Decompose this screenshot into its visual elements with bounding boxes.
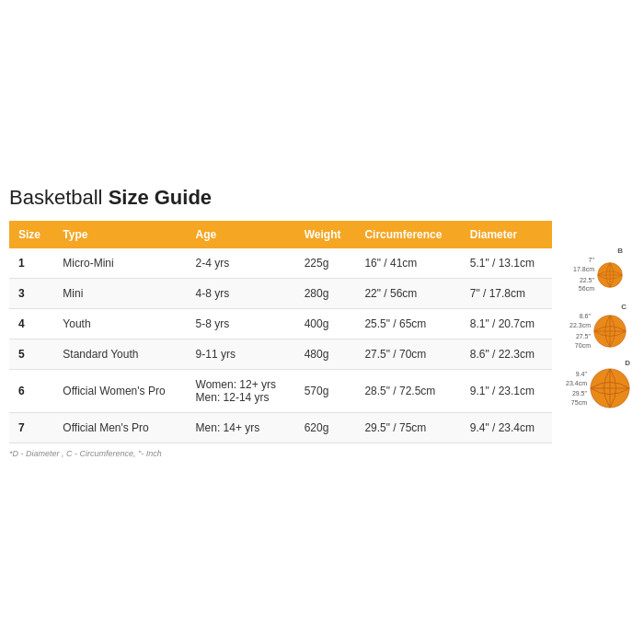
cell-type: Official Women's Pro xyxy=(53,370,186,413)
cell-size: 7 xyxy=(9,413,53,443)
cell-circumference: 29.5" / 75cm xyxy=(355,413,460,443)
cell-diameter: 5.1" / 13.1cm xyxy=(461,248,552,279)
diagrams-section: B7"17.8cm22.5"56cmC8.6"22.3cm27.5"70cmD9… xyxy=(561,221,635,414)
cell-diameter: 7" / 17.8cm xyxy=(461,279,552,309)
cell-age: 9-11 yrs xyxy=(187,339,295,370)
cell-size: 6 xyxy=(9,370,53,413)
col-header-type: Type xyxy=(53,221,186,248)
diameter-label: 8.6" xyxy=(569,312,591,321)
cell-size: 4 xyxy=(9,309,53,339)
circumference-label: 29.5" xyxy=(566,389,587,398)
circumference-label: 27.5" xyxy=(569,332,591,341)
size-guide-table: Size Type Age Weight Circumference Diame… xyxy=(9,221,552,443)
cell-diameter: 8.1" / 20.7cm xyxy=(461,309,552,339)
table-row: 7Official Men's ProMen: 14+ yrs620g29.5"… xyxy=(9,413,552,443)
cell-diameter: 9.4" / 23.4cm xyxy=(461,413,552,443)
diameter-label: 9.4" xyxy=(566,370,587,379)
cell-circumference: 22" / 56cm xyxy=(355,279,460,309)
cell-weight: 620g xyxy=(295,413,356,443)
page-container: Basketball Size Guide Size Type Age Weig… xyxy=(9,177,635,467)
table-row: 3Mini4-8 yrs280g22" / 56cm7" / 17.8cm xyxy=(9,279,552,309)
cell-age: Men: 14+ yrs xyxy=(187,413,295,443)
cell-size: 5 xyxy=(9,339,53,370)
basketball-svg xyxy=(597,262,623,288)
table-header-row: Size Type Age Weight Circumference Diame… xyxy=(9,221,552,248)
cell-weight: 280g xyxy=(295,279,356,309)
cell-diameter: 9.1" / 23.1cm xyxy=(461,370,552,413)
cell-weight: 570g xyxy=(295,370,356,413)
basketball-svg xyxy=(593,315,627,348)
ball-dimensions: 7"17.8cm22.5"56cm xyxy=(573,256,594,293)
cell-circumference: 27.5" / 70cm xyxy=(355,339,460,370)
cell-type: Youth xyxy=(53,309,186,339)
cell-age: 4-8 yrs xyxy=(187,279,295,309)
cell-weight: 225g xyxy=(295,248,356,279)
ball-diagram-item: D9.4"23.4cm29.5"75cm xyxy=(566,359,630,408)
table-section: Size Type Age Weight Circumference Diame… xyxy=(9,221,552,458)
cell-weight: 480g xyxy=(295,339,356,370)
col-header-circumference: Circumference xyxy=(355,221,460,248)
ball-diagram-item: C8.6"22.3cm27.5"70cm xyxy=(569,303,627,350)
ball-label: B xyxy=(617,247,623,255)
main-content: Size Type Age Weight Circumference Diame… xyxy=(9,221,635,458)
page-title: Basketball Size Guide xyxy=(9,186,635,210)
cell-circumference: 28.5" / 72.5cm xyxy=(355,370,460,413)
col-header-size: Size xyxy=(9,221,53,248)
table-row: 6Official Women's ProWomen: 12+ yrsMen: … xyxy=(9,370,552,413)
cell-weight: 400g xyxy=(295,309,356,339)
ball-dimensions: 8.6"22.3cm27.5"70cm xyxy=(569,312,591,350)
cell-size: 1 xyxy=(9,248,53,279)
cell-age: Women: 12+ yrsMen: 12-14 yrs xyxy=(187,370,295,413)
cell-circumference: 25.5" / 65cm xyxy=(355,309,460,339)
basketball-svg xyxy=(590,368,630,408)
col-header-weight: Weight xyxy=(295,221,356,248)
table-row: 5Standard Youth9-11 yrs480g27.5" / 70cm8… xyxy=(9,339,552,370)
cell-circumference: 16" / 41cm xyxy=(355,248,460,279)
cell-age: 2-4 yrs xyxy=(187,248,295,279)
ball-label: C xyxy=(621,303,627,311)
footnote: *D - Diameter , C - Circumference, "- In… xyxy=(9,449,552,458)
cell-size: 3 xyxy=(9,279,53,309)
table-row: 4Youth5-8 yrs400g25.5" / 65cm8.1" / 20.7… xyxy=(9,309,552,339)
table-row: 1Micro-Mini2-4 yrs225g16" / 41cm5.1" / 1… xyxy=(9,248,552,279)
cell-diameter: 8.6" / 22.3cm xyxy=(461,339,552,370)
cell-age: 5-8 yrs xyxy=(187,309,295,339)
cell-type: Micro-Mini xyxy=(53,248,186,279)
circumference-label: 22.5" xyxy=(573,276,594,285)
cell-type: Standard Youth xyxy=(53,339,186,370)
col-header-age: Age xyxy=(187,221,295,248)
ball-dimensions: 9.4"23.4cm29.5"75cm xyxy=(566,370,587,408)
cell-type: Official Men's Pro xyxy=(53,413,186,443)
cell-type: Mini xyxy=(53,279,186,309)
col-header-diameter: Diameter xyxy=(461,221,552,248)
diameter-label: 7" xyxy=(573,256,594,265)
ball-diagram-item: B7"17.8cm22.5"56cm xyxy=(573,247,623,293)
ball-label: D xyxy=(625,359,630,367)
